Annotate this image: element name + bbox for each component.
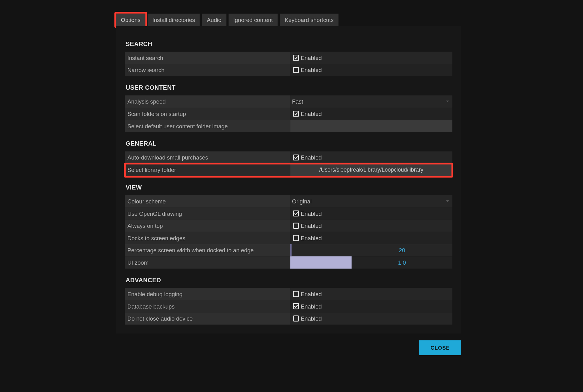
checkbox-debug-log[interactable]: Enabled	[293, 291, 322, 297]
checkbox-auto-download[interactable]: Enabled	[293, 154, 322, 161]
row-label-docks-edges: Docks to screen edges	[125, 232, 290, 244]
row-label-narrow-search: Narrow search	[125, 64, 290, 76]
checkbox-no-close-audio[interactable]: Enabled	[293, 315, 322, 322]
tab-label: Keyboard shortcuts	[285, 17, 334, 23]
row-label-ui-zoom: UI zoom	[125, 256, 290, 269]
field-library-folder[interactable]: /Users/sleepfreak/Library/Loopcloud/libr…	[290, 164, 452, 176]
checkbox-docks-edges[interactable]: Enabled	[293, 235, 322, 241]
path-value: /Users/sleepfreak/Library/Loopcloud/libr…	[319, 167, 423, 173]
slider-value: 20	[352, 247, 452, 254]
tab-label: Options	[121, 17, 140, 23]
field-default-image[interactable]	[290, 120, 452, 132]
svg-rect-2	[293, 111, 299, 116]
checkbox-unchecked-icon	[293, 291, 299, 297]
svg-rect-5	[293, 223, 299, 228]
settings-panel: Options Install directories Audio Ignore…	[116, 14, 461, 355]
svg-rect-1	[293, 67, 299, 73]
checkbox-label: Enabled	[301, 235, 322, 241]
row-label-colour-scheme: Colour scheme	[125, 195, 290, 207]
checkbox-unchecked-icon	[293, 223, 299, 229]
row-label-scan-startup: Scan folders on startup	[125, 108, 290, 120]
checkbox-label: Enabled	[301, 291, 322, 297]
section-view: VIEW Colour scheme Original Use OpenGL d…	[125, 184, 452, 269]
checkbox-label: Enabled	[301, 223, 322, 229]
dropdown-analysis-speed[interactable]: Fast	[290, 95, 452, 108]
checkbox-label: Enabled	[301, 54, 322, 61]
tab-ignored-content[interactable]: Ignored content	[228, 14, 278, 26]
section-title: ADVANCED	[125, 276, 452, 283]
row-label-always-top: Always on top	[125, 219, 290, 232]
section-advanced: ADVANCED Enable debug logging Enabled Da…	[125, 276, 452, 325]
checkbox-instant-search[interactable]: Enabled	[293, 54, 322, 61]
row-label-db-backups: Database backups	[125, 300, 290, 313]
button-label: CLOSE	[430, 345, 450, 351]
checkbox-label: Enabled	[301, 210, 322, 217]
section-title: VIEW	[125, 184, 452, 191]
dropdown-colour-scheme[interactable]: Original	[290, 195, 452, 207]
checkbox-checked-icon	[293, 111, 299, 117]
slider-docked-width[interactable]: 20	[290, 244, 452, 257]
checkbox-checked-icon	[293, 55, 299, 61]
section-title: USER CONTENT	[125, 84, 452, 91]
options-content: SEARCH Instant search Enabled Narrow sea…	[116, 26, 461, 333]
section-general: GENERAL Auto-download small purchases En…	[125, 140, 452, 176]
slider-fill	[290, 244, 292, 257]
section-title: SEARCH	[125, 40, 452, 47]
checkbox-label: Enabled	[301, 315, 322, 322]
checkbox-always-top[interactable]: Enabled	[293, 223, 322, 229]
tab-label: Audio	[207, 17, 221, 23]
slider-fill	[290, 256, 352, 269]
section-user-content: USER CONTENT Analysis speed Fast Scan fo…	[125, 84, 452, 132]
checkbox-label: Enabled	[301, 303, 322, 309]
row-label-opengl: Use OpenGL drawing	[125, 207, 290, 220]
row-label-analysis-speed: Analysis speed	[125, 95, 290, 108]
tab-install-directories[interactable]: Install directories	[148, 14, 200, 26]
tab-bar: Options Install directories Audio Ignore…	[116, 14, 461, 26]
checkbox-unchecked-icon	[293, 315, 299, 322]
dropdown-value: Fast	[292, 98, 303, 105]
row-label-debug-log: Enable debug logging	[125, 288, 290, 300]
row-label-instant-search: Instant search	[125, 52, 290, 64]
checkbox-db-backups[interactable]: Enabled	[293, 303, 322, 309]
tab-options[interactable]: Options	[116, 14, 145, 26]
checkbox-scan-startup[interactable]: Enabled	[293, 110, 322, 117]
row-label-no-close-audio: Do not close audio device	[125, 312, 290, 325]
svg-rect-6	[293, 235, 299, 241]
tab-audio[interactable]: Audio	[202, 14, 226, 26]
row-label-default-image: Select default user content folder image	[125, 120, 290, 132]
checkbox-checked-icon	[293, 154, 299, 160]
checkbox-unchecked-icon	[293, 67, 299, 73]
row-label-auto-download: Auto-download small purchases	[125, 151, 290, 164]
tab-label: Ignored content	[233, 17, 273, 23]
dropdown-value: Original	[292, 198, 312, 204]
slider-ui-zoom[interactable]: 1.0	[290, 256, 452, 269]
svg-rect-3	[293, 155, 299, 160]
svg-rect-8	[293, 304, 299, 309]
svg-rect-7	[293, 291, 299, 296]
svg-rect-9	[293, 316, 299, 321]
checkbox-label: Enabled	[301, 67, 322, 73]
checkbox-label: Enabled	[301, 154, 322, 161]
checkbox-label: Enabled	[301, 110, 322, 117]
close-button[interactable]: CLOSE	[419, 340, 461, 355]
tab-keyboard-shortcuts[interactable]: Keyboard shortcuts	[280, 14, 339, 26]
row-label-library-folder: Select library folder	[125, 164, 290, 176]
section-search: SEARCH Instant search Enabled Narrow sea…	[125, 40, 452, 76]
svg-rect-0	[293, 55, 299, 60]
svg-rect-4	[293, 211, 299, 216]
checkbox-checked-icon	[293, 211, 299, 217]
checkbox-unchecked-icon	[293, 235, 299, 241]
checkbox-narrow-search[interactable]: Enabled	[293, 67, 322, 73]
slider-value: 1.0	[352, 259, 452, 266]
section-title: GENERAL	[125, 140, 452, 147]
checkbox-opengl[interactable]: Enabled	[293, 210, 322, 217]
tab-label: Install directories	[152, 17, 195, 23]
footer: CLOSE	[116, 333, 461, 355]
row-label-docked-width: Percentage screen width when docked to a…	[125, 244, 290, 257]
checkbox-checked-icon	[293, 303, 299, 309]
